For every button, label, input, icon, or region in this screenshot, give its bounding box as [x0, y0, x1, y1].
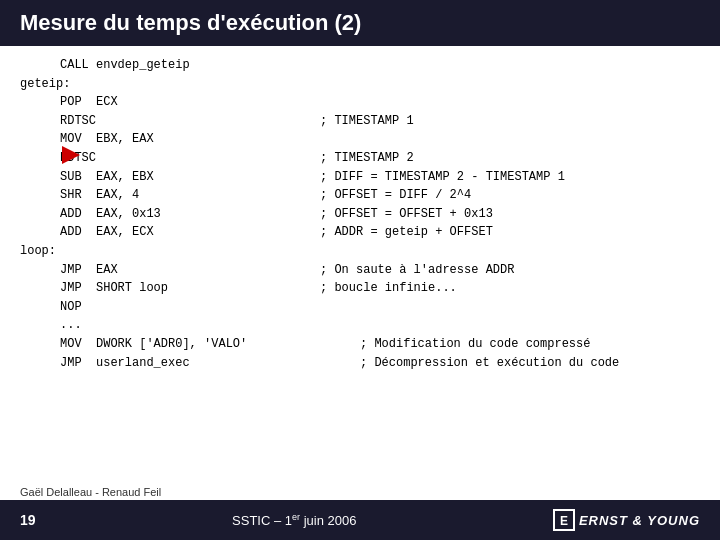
- code-line: RDTSC ; TIMESTAMP 1: [20, 112, 700, 131]
- red-arrow-icon: [0, 127, 80, 189]
- code-text: ...: [60, 316, 82, 335]
- code-comment: ; TIMESTAMP 2: [260, 149, 414, 168]
- code-line: JMP SHORT loop ; boucle infinie...: [20, 279, 700, 298]
- code-line: MOV EBX, EAX: [20, 130, 700, 149]
- slide: Mesure du temps d'exécution (2) CALL env…: [0, 0, 720, 540]
- footer-logo: E ERNST & YOUNG: [553, 509, 700, 531]
- code-text: CALL envdep_geteip: [60, 56, 190, 75]
- code-text: POP ECX: [60, 93, 118, 112]
- code-line: CALL envdep_geteip: [20, 56, 700, 75]
- code-line: JMP userland_exec ; Décompression et exé…: [20, 354, 700, 373]
- code-block: CALL envdep_geteip geteip: POP ECX RDTSC…: [20, 56, 700, 372]
- code-text: NOP: [60, 298, 82, 317]
- code-text: loop:: [20, 242, 56, 261]
- code-line: SHR EAX, 4 ; OFFSET = DIFF / 2^4: [20, 186, 700, 205]
- code-line: geteip:: [20, 75, 700, 94]
- code-text: JMP EAX: [60, 261, 260, 280]
- code-comment: ; ADDR = geteip + OFFSET: [260, 223, 493, 242]
- footer-title: SSTIC – 1er juin 2006: [36, 512, 553, 528]
- code-line: ADD EAX, ECX ; ADDR = geteip + OFFSET: [20, 223, 700, 242]
- code-line: SUB EAX, EBX ; DIFF = TIMESTAMP 2 - TIME…: [20, 168, 700, 187]
- code-text: SHR EAX, 4: [60, 186, 260, 205]
- code-comment: ; On saute à l'adresse ADDR: [260, 261, 514, 280]
- code-line: loop:: [20, 242, 700, 261]
- code-text: MOV DWORK ['ADR0], 'VALO': [60, 335, 340, 354]
- footer-page-number: 19: [20, 512, 36, 528]
- code-text: geteip:: [20, 75, 70, 94]
- code-line: ADD EAX, 0x13 ; OFFSET = OFFSET + 0x13: [20, 205, 700, 224]
- code-text: ADD EAX, ECX: [60, 223, 260, 242]
- code-comment: ; OFFSET = DIFF / 2^4: [260, 186, 471, 205]
- code-comment: ; TIMESTAMP 1: [260, 112, 414, 131]
- code-text: ADD EAX, 0x13: [60, 205, 260, 224]
- footer: 19 SSTIC – 1er juin 2006 E ERNST & YOUNG: [0, 500, 720, 540]
- code-text: RDTSC: [60, 149, 260, 168]
- code-line: JMP EAX ; On saute à l'adresse ADDR: [20, 261, 700, 280]
- code-comment: ; Décompression et exécution du code: [340, 354, 619, 373]
- ey-logo-box-icon: E: [553, 509, 575, 531]
- code-text: RDTSC: [60, 112, 260, 131]
- code-comment: ; DIFF = TIMESTAMP 2 - TIMESTAMP 1: [260, 168, 565, 187]
- presenter-text: Gaël Delalleau - Renaud Feil: [20, 486, 161, 498]
- code-text: SUB EAX, EBX: [60, 168, 260, 187]
- content-area: CALL envdep_geteip geteip: POP ECX RDTSC…: [0, 46, 720, 372]
- code-line: ...: [20, 316, 700, 335]
- ey-logo-text: ERNST & YOUNG: [579, 513, 700, 528]
- code-line-arrow: RDTSC ; TIMESTAMP 2: [20, 149, 700, 168]
- slide-title: Mesure du temps d'exécution (2): [0, 0, 720, 46]
- code-line: POP ECX: [20, 93, 700, 112]
- title-text: Mesure du temps d'exécution (2): [20, 10, 361, 35]
- code-text: JMP userland_exec: [60, 354, 340, 373]
- code-text: JMP SHORT loop: [60, 279, 260, 298]
- code-line: MOV DWORK ['ADR0], 'VALO' ; Modification…: [20, 335, 700, 354]
- code-comment: ; boucle infinie...: [260, 279, 457, 298]
- code-comment: ; OFFSET = OFFSET + 0x13: [260, 205, 493, 224]
- code-comment: ; Modification du code compressé: [340, 335, 590, 354]
- code-line: NOP: [20, 298, 700, 317]
